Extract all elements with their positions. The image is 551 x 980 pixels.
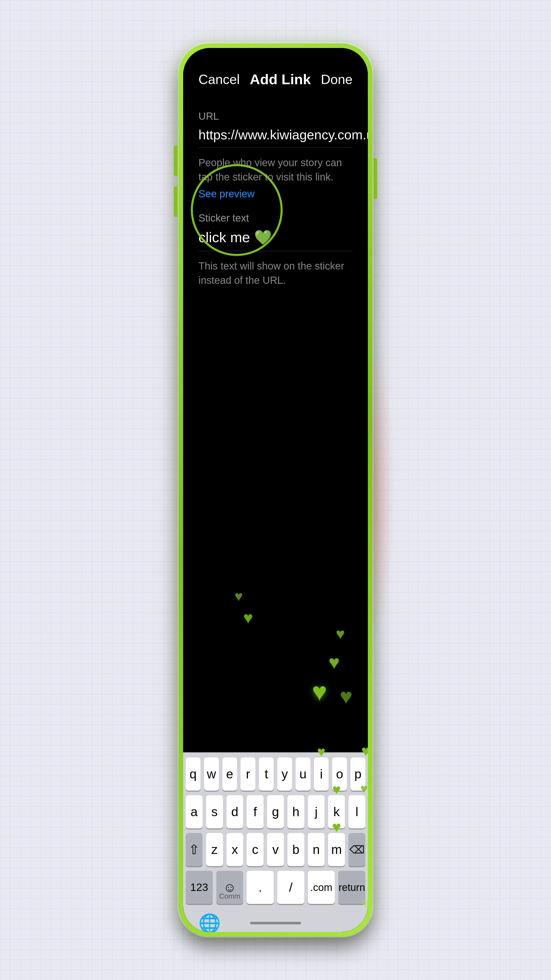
key-period[interactable]: . <box>247 871 274 904</box>
globe-icon[interactable]: 🌐 <box>198 913 221 932</box>
home-indicator: 🌐 <box>183 914 368 932</box>
form-area: URL https://www.kiwiagency.com.ua People… <box>183 98 368 425</box>
url-input[interactable]: https://www.kiwiagency.com.ua <box>198 127 368 142</box>
sticker-section: Sticker text click me 💚 This text will s… <box>198 212 353 287</box>
key-a[interactable]: a <box>186 795 203 829</box>
key-n[interactable]: n <box>308 833 325 866</box>
key-z[interactable]: z <box>206 833 223 866</box>
key-y[interactable]: y <box>277 757 292 791</box>
key-f[interactable]: f <box>247 795 264 829</box>
heart-on-k-key: ♥ <box>332 781 341 797</box>
key-q[interactable]: q <box>186 757 200 791</box>
heart-on-p-key: ♥ <box>361 742 368 760</box>
keyboard-bottom-row: 123 ☺ Comm . / .com <box>186 871 365 914</box>
heart-icon-float-1: ♥ <box>328 651 340 673</box>
heart-icon-float-3: ♥ <box>243 608 253 627</box>
url-input-row[interactable]: https://www.kiwiagency.com.ua <box>198 127 353 148</box>
home-bar <box>250 922 301 924</box>
delete-icon: ⌫ <box>349 843 365 856</box>
key-u[interactable]: u <box>295 757 310 791</box>
key-j[interactable]: j <box>308 795 325 829</box>
numbers-key[interactable]: 123 <box>186 871 213 904</box>
sticker-hint-text: This text will show on the sticker inste… <box>198 259 353 287</box>
heart-icon-float-2: ♥ <box>336 625 345 643</box>
heart-on-m-key: ♥ <box>332 818 341 836</box>
keyboard-row-3: ⇧ z x c v b n m ♥ ⌫ <box>186 833 365 866</box>
done-button[interactable]: Done <box>321 72 353 87</box>
heart-on-l-key: ♥ <box>360 781 368 796</box>
key-i[interactable]: i ♥ <box>314 757 329 791</box>
return-key[interactable]: return ♥ <box>338 871 365 904</box>
volume-up-button[interactable] <box>174 145 178 176</box>
volume-down-button[interactable] <box>174 186 178 217</box>
key-w[interactable]: w <box>204 757 219 791</box>
heart-icon-float-4: ♥ <box>234 588 243 605</box>
screen-content: Cancel Add Link Done URL https://www.kiw… <box>183 48 368 932</box>
key-b[interactable]: b <box>287 833 304 866</box>
sticker-input-row[interactable]: click me 💚 <box>198 229 353 251</box>
notch <box>240 48 311 63</box>
cancel-button[interactable]: Cancel <box>198 72 240 87</box>
phone-wrapper: Cancel Add Link Done URL https://www.kiw… <box>171 30 380 950</box>
page-title: Add Link <box>250 71 311 88</box>
key-r[interactable]: r <box>241 757 256 791</box>
key-g[interactable]: g <box>267 795 284 829</box>
sticker-field-label: Sticker text <box>198 212 353 224</box>
keyboard[interactable]: q w e r t y u i ♥ o p <box>183 752 368 914</box>
dark-space: ♥ ♥ ♥ ♥ ♥ ♥ <box>183 425 368 752</box>
key-e[interactable]: e <box>222 757 237 791</box>
heart-icon-dark: ♥ <box>340 684 353 709</box>
key-h[interactable]: h <box>287 795 304 829</box>
phone-outer: Cancel Add Link Done URL https://www.kiw… <box>179 43 372 937</box>
shift-key[interactable]: ⇧ <box>186 833 203 866</box>
sticker-text-input[interactable]: click me 💚 <box>198 229 272 245</box>
key-dotcom[interactable]: .com <box>308 871 335 904</box>
key-l[interactable]: l ♥ <box>348 795 365 829</box>
url-field-label: URL <box>198 110 353 122</box>
heart-on-i-key: ♥ <box>317 743 326 760</box>
power-button[interactable] <box>373 158 377 199</box>
heart-icon-large: ♥ <box>312 677 327 706</box>
shift-icon: ⇧ <box>189 842 200 857</box>
key-s[interactable]: s <box>206 795 223 829</box>
description-text: People who view your story can tap the s… <box>198 156 353 184</box>
key-t[interactable]: t <box>259 757 274 791</box>
phone-screen: Cancel Add Link Done URL https://www.kiw… <box>183 48 368 932</box>
emoji-key[interactable]: ☺ Comm <box>216 871 243 904</box>
key-d[interactable]: d <box>227 795 243 829</box>
key-slash[interactable]: / <box>277 871 304 904</box>
key-m[interactable]: m ♥ <box>328 833 345 866</box>
key-x[interactable]: x <box>227 833 243 866</box>
see-preview-link[interactable]: See preview <box>198 188 353 200</box>
delete-key[interactable]: ⌫ <box>348 833 365 866</box>
key-c[interactable]: c <box>247 833 264 866</box>
comm-label: Comm <box>219 892 240 900</box>
key-v[interactable]: v <box>267 833 284 866</box>
heart-near-return: ♥ <box>361 894 368 912</box>
